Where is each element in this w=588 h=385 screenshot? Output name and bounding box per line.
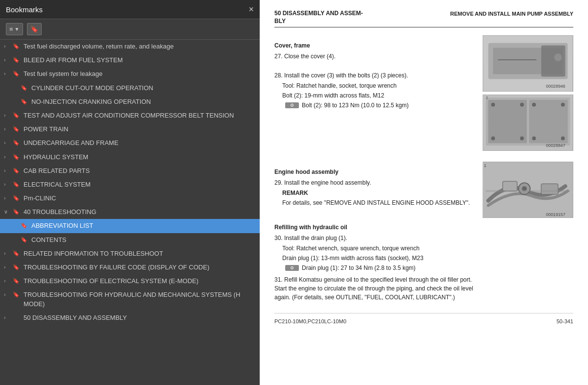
sidebar-item-50-disassembly[interactable]: ›50 DISASSEMBLY AND ASSEMBLY	[0, 311, 260, 325]
bookmark-icon: 🔖	[13, 264, 21, 271]
step31-text: 31. Refill Komatsu genuine oil to the sp…	[274, 275, 475, 302]
svg-rect-10	[529, 100, 568, 143]
sidebar-item-label: 50 DISASSEMBLY AND ASSEMBLY	[24, 313, 256, 322]
sidebar: Bookmarks × ≡ ▼ 🔖 ›🔖Test fuel discharged…	[0, 0, 260, 385]
sidebar-item-undercarriage[interactable]: ›🔖UNDERCARRIAGE AND FRAME	[0, 136, 260, 150]
bookmark-icon: 🔖	[13, 125, 21, 133]
toggle-icon: ›	[4, 56, 12, 64]
toggle-icon: ›	[4, 167, 12, 174]
toggle-icon: ›	[4, 70, 12, 77]
sidebar-toolbar: ≡ ▼ 🔖	[0, 19, 260, 40]
step30-intro: 30. Install the drain plug (1).	[274, 234, 475, 242]
bookmark-icon: 🔖	[30, 25, 38, 33]
sidebar-item-label: Test fuel system for leakage	[24, 70, 256, 78]
main-content: 50 DISASSEMBLY AND ASSEM- BLY REMOVE AND…	[260, 0, 588, 385]
bookmark-icon: 🔖	[13, 291, 21, 298]
sidebar-item-label: Test fuel discharged volume, return rate…	[24, 42, 256, 51]
sidebar-item-power-train[interactable]: ›🔖POWER TRAIN	[0, 122, 260, 136]
svg-rect-9	[488, 100, 527, 143]
bookmark-icon: 🔖	[13, 139, 21, 146]
sidebar-item-40-troubleshoot[interactable]: ∨🔖40 TROUBLESHOOTING	[0, 205, 260, 219]
bookmark-icon: 🔖	[13, 194, 21, 202]
sidebar-item-abbreviation-list[interactable]: 🔖ABBREVIATION LIST	[0, 219, 260, 233]
step27-section: Cover, frame 27. Close the cover (4). 28…	[274, 35, 573, 154]
sidebar-item-label: POWER TRAIN	[24, 125, 256, 134]
sidebar-item-troubleshoot-electrical[interactable]: ›🔖TROUBLESHOOTING OF ELECTRICAL SYSTEM (…	[0, 274, 260, 288]
sidebar-item-no-injection[interactable]: 🔖NO-INJECTION CRANKING OPERATION	[0, 95, 260, 109]
svg-point-12	[520, 103, 524, 107]
sidebar-item-related-info[interactable]: ›🔖RELATED INFORMATION TO TROUBLESHOOT	[0, 247, 260, 261]
page-number: 50-341	[557, 317, 573, 326]
step27-images: 00028946 2	[483, 35, 573, 154]
svg-text:2: 2	[486, 96, 488, 100]
bookmark-icon: 🔖	[13, 43, 21, 50]
sidebar-item-fuel-test[interactable]: ›🔖Test fuel discharged volume, return ra…	[0, 40, 260, 53]
step28-torque-text: Bolt (2): 98 to 123 Nm (10.0 to 12.5 kgm…	[302, 101, 409, 110]
bookmark-icon: 🔖	[21, 222, 28, 229]
step28-intro: 28. Install the cover (3) with the bolts…	[274, 71, 475, 80]
bookmark-icon: 🔖	[13, 112, 21, 119]
svg-text:00019157: 00019157	[546, 212, 565, 217]
sidebar-item-cab-related[interactable]: ›🔖CAB RELATED PARTS	[0, 164, 260, 178]
bookmark-icon: 🔖	[13, 167, 21, 174]
step29-intro: 29. Install the engine hood assembly.	[274, 178, 475, 187]
step30-images: 1 00019157	[483, 162, 573, 303]
toggle-icon: ›	[4, 194, 12, 202]
step29-section: Engine hood assembly 29. Install the eng…	[274, 162, 573, 303]
add-bookmark-button[interactable]: 🔖	[27, 23, 42, 35]
bookmark-icon: 🔖	[13, 208, 21, 216]
sidebar-item-contents[interactable]: 🔖CONTENTS	[0, 233, 260, 247]
sidebar-item-air-conditioner[interactable]: ›🔖TEST AND ADJUST AIR CONDITIONER COMPRE…	[0, 109, 260, 122]
svg-point-16	[561, 103, 565, 107]
dropdown-arrow-icon: ▼	[15, 26, 20, 32]
svg-rect-24	[503, 181, 517, 191]
engine-hood-title: Engine hood assembly	[274, 168, 475, 176]
toggle-icon: ›	[4, 139, 12, 146]
sidebar-item-label: 40 TROUBLESHOOTING	[24, 208, 256, 217]
svg-rect-25	[541, 184, 558, 194]
sidebar-item-troubleshoot-failure[interactable]: ›🔖TROUBLESHOOTING BY FAILURE CODE (DISPL…	[0, 261, 260, 274]
sidebar-item-label: NO-INJECTION CRANKING OPERATION	[31, 97, 256, 106]
svg-point-15	[532, 103, 536, 107]
bookmark-icon: 🔖	[13, 250, 21, 257]
cover-frame-title: Cover, frame	[274, 41, 475, 50]
bookmark-icon: 🔖	[21, 98, 28, 105]
svg-text:1: 1	[484, 163, 487, 168]
bookmark-icon: 🔖	[21, 236, 28, 243]
svg-text:00028946: 00028946	[546, 84, 565, 89]
sidebar-item-electrical-system[interactable]: ›🔖ELECTRICAL SYSTEM	[0, 178, 260, 192]
sidebar-item-hydraulic-system[interactable]: ›🔖HYDRAULIC SYSTEM	[0, 150, 260, 164]
sidebar-item-cylinder-cutout[interactable]: 🔖CYLINDER CUT-OUT MODE OPERATION	[0, 81, 260, 95]
page-footer: PC210-10M0,PC210LC-10M0 50-341	[274, 313, 573, 326]
model-number: PC210-10M0,PC210LC-10M0	[274, 317, 346, 326]
toggle-icon: ›	[4, 125, 12, 133]
close-button[interactable]: ×	[248, 5, 254, 14]
toggle-icon: ›	[4, 250, 12, 257]
svg-rect-3	[541, 46, 565, 77]
section-title-header: REMOVE AND INSTALL MAIN PUMP ASSEMBLY	[450, 10, 573, 18]
bookmarks-view-button[interactable]: ≡ ▼	[6, 23, 23, 35]
sidebar-item-fuel-leakage[interactable]: ›🔖Test fuel system for leakage	[0, 67, 260, 81]
sidebar-item-label: ELECTRICAL SYSTEM	[24, 180, 256, 189]
sidebar-item-pm-clinic[interactable]: ›🔖Pm-CLINIC	[0, 192, 260, 205]
sidebar-item-label: TROUBLESHOOTING FOR HYDRAULIC AND MECHAN…	[24, 290, 256, 308]
sidebar-item-troubleshoot-hydraulic[interactable]: ›🔖TROUBLESHOOTING FOR HYDRAULIC AND MECH…	[0, 288, 260, 311]
sidebar-item-label: BLEED AIR FROM FUEL SYSTEM	[24, 56, 256, 65]
bookmark-icon: 🔖	[21, 84, 28, 92]
toggle-icon: ›	[4, 264, 12, 271]
bookmark-icon: 🔖	[13, 277, 21, 285]
sidebar-item-label: RELATED INFORMATION TO TROUBLESHOOT	[24, 249, 256, 258]
svg-point-18	[561, 137, 565, 141]
cover-image-2: 2 00028847	[483, 95, 573, 151]
sidebar-item-label: ABBREVIATION LIST	[31, 221, 256, 230]
torque-symbol-2: ⚙	[285, 265, 299, 271]
svg-point-5	[554, 54, 562, 62]
sidebar-item-bleed-air[interactable]: ›🔖BLEED AIR FROM FUEL SYSTEM	[0, 53, 260, 67]
bookmark-icon: 🔖	[13, 70, 21, 77]
page-header: 50 DISASSEMBLY AND ASSEM- BLY REMOVE AND…	[274, 10, 573, 27]
step28-torque-line: ⚙ Bolt (2): 98 to 123 Nm (10.0 to 12.5 k…	[274, 101, 475, 110]
step28-tool: Tool: Ratchet handle, socket, torque wre…	[274, 81, 475, 90]
sidebar-item-label: CONTENTS	[31, 236, 256, 244]
list-icon: ≡	[9, 25, 13, 33]
svg-point-17	[532, 137, 536, 141]
